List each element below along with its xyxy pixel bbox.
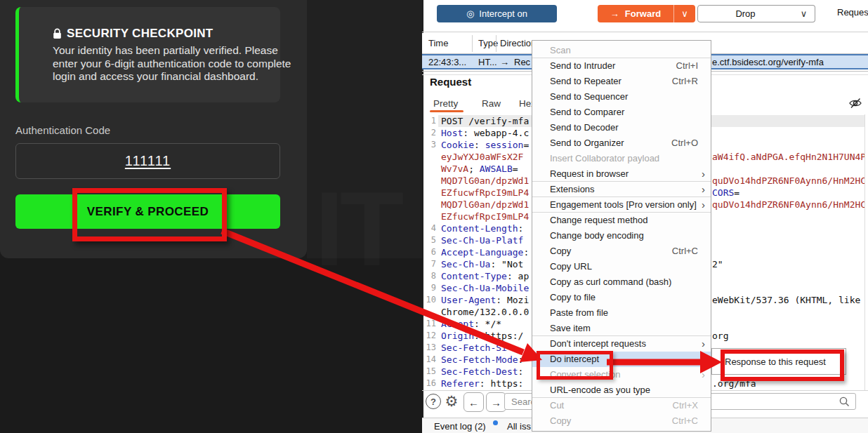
forward-nav-icon[interactable]: → [486, 392, 506, 412]
drop-dropdown-button[interactable]: ∨ [793, 5, 815, 22]
auth-code-input[interactable]: 111111 [15, 143, 280, 179]
menu-item-engagement-tools-pro-version-only[interactable]: Engagement tools [Pro version only]› [532, 197, 711, 213]
event-log-tab[interactable]: Event log (2) [434, 421, 486, 432]
menu-item-send-to-organizer[interactable]: Send to OrganizerCtrl+O [532, 135, 711, 151]
intercept-label: Intercept on [479, 8, 527, 19]
direction-arrow-icon: → [500, 57, 509, 67]
forward-label: Forward [625, 8, 661, 19]
toolbar-divider [422, 32, 868, 32]
help-icon[interactable]: ? [426, 394, 441, 409]
tab-pretty[interactable]: Pretty [433, 98, 458, 109]
menu-item-send-to-comparer[interactable]: Send to Comparer [532, 105, 711, 120]
menu-shortcut: Ctrl+O [671, 135, 698, 151]
alert-title-row: SECURITY CHECKPOINT [53, 27, 213, 41]
mfa-page: IT SECURITY CHECKPOINT Your identity has… [0, 0, 422, 433]
line-number: 9 [422, 282, 436, 294]
submenu-arrow-icon: › [702, 336, 705, 352]
menu-item-insert-collaborator-payload: Insert Collaborator payload [532, 151, 711, 166]
menu-item-paste-from-file[interactable]: Paste from file [532, 305, 711, 321]
menu-item-send-to-decoder[interactable]: Send to Decoder [532, 120, 711, 135]
menu-item-send-to-intruder[interactable]: Send to IntruderCtrl+I [532, 58, 711, 74]
menu-item-url-encode-as-you-type[interactable]: URL-encode as you type [532, 382, 711, 398]
menu-item-copy-to-file[interactable]: Copy to file [532, 290, 711, 305]
line-number: 15 [422, 366, 436, 378]
cell-time: 22:43:3... [428, 57, 466, 67]
chevron-down-icon: ∨ [681, 8, 688, 19]
line-number: 16 [422, 378, 436, 389]
intercept-on-button[interactable]: ◎ Intercept on [437, 5, 557, 22]
active-tab-underline [430, 110, 463, 112]
forward-arrow-icon: → [610, 8, 619, 19]
line-number: 5 [422, 234, 436, 246]
menu-item-don-t-intercept-requests[interactable]: Don't intercept requests› [532, 336, 711, 352]
menu-item-convert-selection: Convert selection› [532, 367, 711, 382]
menu-shortcut: Ctrl+R [672, 74, 698, 89]
menu-shortcut: Ctrl+X [673, 398, 698, 413]
line-number: 6 [422, 246, 436, 258]
forward-button[interactable]: → Forward [598, 5, 673, 22]
submenu-arrow-icon: › [702, 367, 705, 382]
security-alert-card: SECURITY CHECKPOINT Your identity has be… [15, 7, 280, 102]
menu-item-change-request-method[interactable]: Change request method [532, 213, 711, 228]
menu-item-do-intercept[interactable]: Do intercept [532, 352, 711, 367]
line-number: 2 [422, 127, 436, 139]
column-divider[interactable] [472, 35, 473, 52]
menu-item-request-in-browser[interactable]: Request in browser› [532, 166, 711, 182]
eye-off-icon[interactable] [848, 96, 862, 110]
menu-shortcut: Ctrl+C [672, 413, 698, 429]
menu-item-send-to-sequencer[interactable]: Send to Sequencer [532, 89, 711, 105]
menu-shortcut: Ctrl+C [672, 244, 698, 259]
auth-code-label: Authentication Code [15, 124, 110, 136]
menu-shortcut: Ctrl+I [676, 58, 698, 74]
intercept-icon: ◎ [466, 8, 474, 19]
submenu-arrow-icon: › [702, 166, 705, 182]
menu-item-copy-url[interactable]: Copy URL [532, 259, 711, 274]
tab-raw[interactable]: Raw [482, 98, 501, 109]
line-number: 11 [422, 318, 436, 330]
line-number: 10 [422, 294, 436, 306]
submenu-arrow-icon: › [702, 182, 705, 197]
menu-item-change-body-encoding[interactable]: Change body encoding [532, 228, 711, 244]
menu-item-extensions[interactable]: Extensions› [532, 182, 711, 197]
line-number: 4 [422, 222, 436, 234]
alert-title: SECURITY CHECKPOINT [67, 27, 213, 41]
menu-item-send-to-repeater[interactable]: Send to RepeaterCtrl+R [532, 74, 711, 89]
submenu-arrow-icon: › [702, 197, 705, 213]
notification-dot [493, 420, 498, 425]
menu-item-save-item[interactable]: Save item [532, 321, 711, 336]
line-number: 8 [422, 270, 436, 282]
forward-dropdown-button[interactable]: ∨ [673, 5, 695, 22]
request-body-left[interactable]: 1POST /verify-mfa2Host: webapp-4.c3Cooki… [422, 114, 532, 390]
do-intercept-submenu: Response to this request [711, 348, 846, 375]
lock-icon [53, 28, 62, 39]
request-to-label: Request [837, 7, 868, 18]
gear-icon[interactable]: ⚙ [444, 394, 459, 409]
menu-item-copy[interactable]: CopyCtrl+C [532, 244, 711, 259]
line-number: 12 [422, 330, 436, 342]
background-watermark: IT [315, 168, 400, 290]
verify-proceed-button[interactable]: VERIFY & PROCEED [15, 194, 280, 229]
context-menu: ScanSend to IntruderCtrl+ISend to Repeat… [532, 40, 711, 432]
line-number: 13 [422, 342, 436, 354]
cell-type: HT... [478, 57, 497, 67]
col-direction[interactable]: Direction [500, 38, 536, 48]
line-number: 14 [422, 354, 436, 366]
col-time[interactable]: Time [428, 38, 448, 48]
screenshot-root: IT SECURITY CHECKPOINT Your identity has… [0, 0, 868, 433]
cell-direction: Rec [514, 57, 530, 67]
col-type[interactable]: Type [478, 38, 498, 48]
menu-item-copy-as-curl-command-bash[interactable]: Copy as curl command (bash) [532, 274, 711, 290]
back-arrow-icon[interactable]: ← [463, 392, 484, 412]
menu-item-copy: CopyCtrl+C [532, 413, 711, 429]
response-to-this-request-item[interactable]: Response to this request [712, 349, 846, 374]
chevron-down-icon: ∨ [801, 8, 808, 19]
editor-scrollbar[interactable] [864, 114, 865, 390]
line-number: 1 [422, 115, 436, 127]
search-icon [839, 396, 850, 411]
column-divider[interactable] [496, 35, 497, 52]
all-issues-tab[interactable]: All iss [507, 421, 531, 432]
menu-item-cut: CutCtrl+X [532, 398, 711, 413]
drop-button[interactable]: Drop [697, 5, 794, 22]
menu-item-scan: Scan [532, 43, 711, 58]
alert-body: Your identity has been partially verifie… [53, 44, 291, 84]
